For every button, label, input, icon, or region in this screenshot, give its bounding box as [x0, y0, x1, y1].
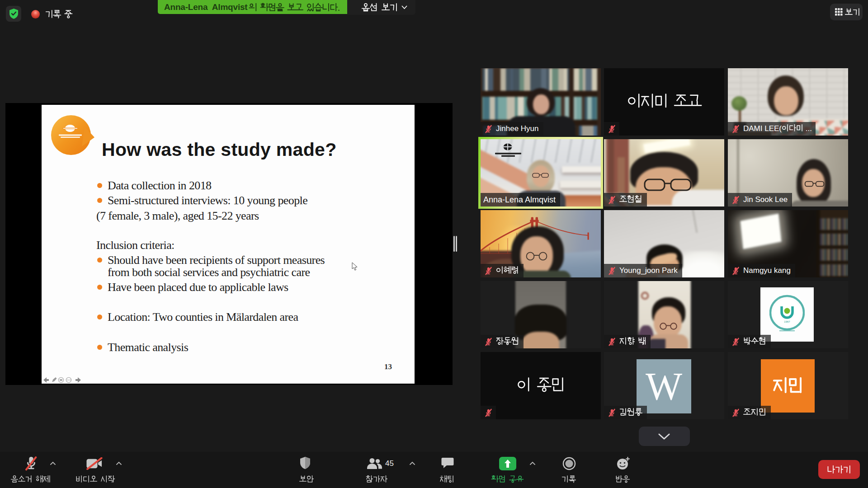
svg-text:1967: 1967 [784, 320, 790, 323]
